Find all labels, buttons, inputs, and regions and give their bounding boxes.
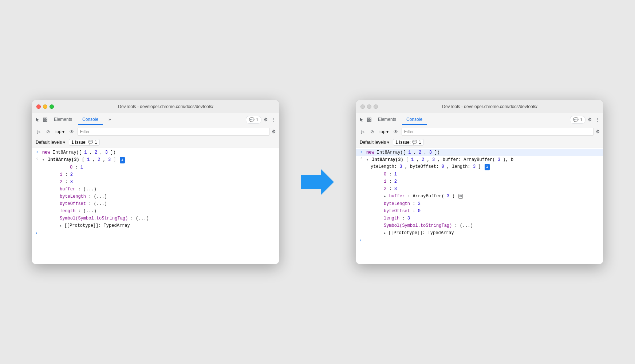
prop-symbol-left: Symbol(Symbol.toStringTag) : (...) xyxy=(32,215,279,222)
prompt-icon-left[interactable]: › xyxy=(32,230,38,236)
info-badge-left: i xyxy=(120,157,125,163)
prop-2-left: 2 : 3 xyxy=(32,178,279,186)
console-settings-icon-right[interactable]: ⚙ xyxy=(596,129,600,134)
console-settings-icon-left[interactable]: ⚙ xyxy=(272,129,276,134)
play-icon[interactable]: ▷ xyxy=(35,128,42,135)
prop-byteLength-left: byteLength : (...) xyxy=(32,193,279,200)
right-devtools-window: DevTools - developer.chrome.com/docs/dev… xyxy=(356,100,603,264)
top-label-right: top xyxy=(379,129,386,134)
console-prompt-left: › xyxy=(32,230,279,237)
svg-marker-4 xyxy=(301,169,334,195)
top-selector-right[interactable]: top ▾ xyxy=(378,128,390,135)
settings-icon-right[interactable]: ⚙ xyxy=(587,117,593,123)
window-title-left: DevTools - developer.chrome.com/docs/dev… xyxy=(57,104,275,109)
messages-badge-right[interactable]: 💬 1 xyxy=(570,116,585,124)
issue-count-right: 1 Issue: xyxy=(395,140,411,145)
top-selector-left[interactable]: top ▾ xyxy=(54,128,66,135)
issue-icon-right: 💬 xyxy=(412,140,417,145)
top-label-left: top xyxy=(55,129,62,134)
svg-rect-8 xyxy=(370,120,371,122)
issue-count-left: 1 Issue: xyxy=(71,140,87,145)
prop-2-right: 2 : 3 xyxy=(356,185,603,193)
traffic-lights-right xyxy=(360,104,378,109)
input-arrow: › xyxy=(36,150,38,155)
tab-more-left[interactable]: » xyxy=(104,115,115,125)
issue-badge-left[interactable]: 1 Issue: 💬 1 xyxy=(69,139,100,146)
traffic-lights-left xyxy=(36,104,54,109)
default-levels-right[interactable]: Default levels ▾ xyxy=(360,140,389,145)
prop-byteOffset-left: byteOffset : (...) xyxy=(32,200,279,207)
block-icon[interactable]: ⊘ xyxy=(44,128,52,135)
prop-length-right: length : 3 xyxy=(356,215,603,222)
titlebar-right: DevTools - developer.chrome.com/docs/dev… xyxy=(356,100,603,113)
issue-badge-right[interactable]: 1 Issue: 💬 1 xyxy=(393,139,424,146)
filter-input-left[interactable] xyxy=(78,128,269,136)
back-arrow: ‹ xyxy=(36,157,38,161)
window-title-right: DevTools - developer.chrome.com/docs/dev… xyxy=(381,104,599,109)
prop-byteOffset-right: byteOffset : 0 xyxy=(356,207,603,215)
eye-icon-left[interactable]: 👁 xyxy=(68,128,75,135)
issues-bar-right: Default levels ▾ 1 Issue: 💬 1 xyxy=(356,137,603,147)
badge-count-right: 1 xyxy=(580,118,582,122)
maximize-button[interactable] xyxy=(50,104,54,109)
play-icon-right[interactable]: ▷ xyxy=(359,128,366,135)
back-arrow-right: ‹ xyxy=(360,157,362,161)
dropdown-arrow-left: ▾ xyxy=(62,129,64,134)
eye-icon-right[interactable]: 👁 xyxy=(392,128,399,135)
tabs-toolbar-left: Elements Console » 💬 1 ⚙ ⋮ xyxy=(32,113,279,126)
console-input-line-right: › new Int8Array([ 1 , 2 , 3 ]) xyxy=(356,149,603,156)
svg-rect-6 xyxy=(370,118,371,119)
console-toolbar-right: ▷ ⊘ top ▾ 👁 ⚙ xyxy=(356,126,603,137)
tab-elements-right[interactable]: Elements xyxy=(374,115,401,125)
message-icon-left: 💬 xyxy=(249,117,255,122)
close-button[interactable] xyxy=(36,104,41,109)
minimize-button-right[interactable] xyxy=(367,104,371,109)
console-content-left: › new Int8Array([ 1 , 2 , 3 ]) ‹ ▾ Int8A… xyxy=(32,147,279,264)
input-arrow-right: › xyxy=(360,150,362,155)
svg-rect-1 xyxy=(46,118,47,119)
console-input-line: › new Int8Array([ 1 , 2 , 3 ]) xyxy=(32,149,279,156)
block-icon-right[interactable]: ⊘ xyxy=(368,128,376,135)
console-prompt-right: › xyxy=(356,237,603,244)
close-button-right[interactable] xyxy=(360,104,365,109)
issue-num-left: 1 xyxy=(95,140,97,145)
more-icon-left[interactable]: ⋮ xyxy=(270,117,276,123)
console-content-right: › new Int8Array([ 1 , 2 , 3 ]) ‹ ▾ Int8A… xyxy=(356,147,603,264)
prop-buffer-right: ▶ buffer : ArrayBuffer( 3 ) ⊞ ← xyxy=(356,193,603,200)
maximize-button-right[interactable] xyxy=(374,104,378,109)
more-icon-right[interactable]: ⋮ xyxy=(594,117,600,123)
cursor-icon[interactable] xyxy=(35,117,41,123)
message-icon-right: 💬 xyxy=(573,117,579,122)
console-toolbar-left: ▷ ⊘ top ▾ 👁 ⚙ xyxy=(32,126,279,137)
prop-prototype-right: ▶ [[Prototype]]: TypedArray xyxy=(356,229,603,237)
prop-byteLength-right: byteLength : 3 xyxy=(356,200,603,207)
titlebar-left: DevTools - developer.chrome.com/docs/dev… xyxy=(32,100,279,113)
default-levels-left[interactable]: Default levels ▾ xyxy=(36,140,65,145)
expand-arrow-right[interactable]: ▾ xyxy=(366,158,368,162)
cursor-icon-right[interactable] xyxy=(359,117,365,123)
prompt-icon-right[interactable]: › xyxy=(356,238,362,243)
output-line-left: ‹ ▾ Int8Array(3) [ 1 , 2 , 3 ] i xyxy=(32,156,279,164)
tab-elements-left[interactable]: Elements xyxy=(50,115,76,125)
dropdown-arrow-right: ▾ xyxy=(386,129,389,134)
messages-badge-left[interactable]: 💬 1 xyxy=(246,116,261,124)
tab-console-left[interactable]: Console xyxy=(78,115,103,125)
issues-bar-left: Default levels ▾ 1 Issue: 💬 1 xyxy=(32,137,279,147)
issue-icon-left: 💬 xyxy=(88,140,93,145)
prop-buffer-left: buffer : (...) xyxy=(32,186,279,193)
prop-prototype-left: ▶ [[Prototype]]: TypedArray xyxy=(32,222,279,230)
output-line-right: ‹ ▾ Int8Array(3) [ 1 , 2 , 3 , buffer: A… xyxy=(356,156,603,171)
inspect-icon[interactable] xyxy=(42,117,48,123)
prop-1-left: 1 : 2 xyxy=(32,171,279,178)
filter-input-right[interactable] xyxy=(402,128,593,136)
expand-arrow-left[interactable]: ▾ xyxy=(42,158,44,162)
issue-num-right: 1 xyxy=(419,140,421,145)
inspect-icon-right[interactable] xyxy=(366,117,372,123)
svg-rect-7 xyxy=(367,120,369,122)
between-arrow xyxy=(301,169,334,195)
prop-0-left: 0 : 1 xyxy=(32,164,279,171)
settings-icon-left[interactable]: ⚙ xyxy=(263,117,269,123)
tab-console-right[interactable]: Console xyxy=(402,115,427,125)
minimize-button[interactable] xyxy=(43,104,47,109)
tabs-toolbar-right: Elements Console 💬 1 ⚙ ⋮ xyxy=(356,113,603,126)
